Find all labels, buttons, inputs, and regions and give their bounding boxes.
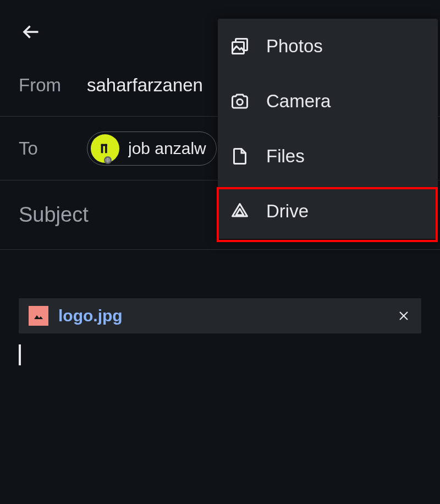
attach-menu-files-label: Files: [266, 146, 305, 167]
avatar-glyph-icon: [99, 143, 111, 155]
svg-rect-3: [101, 144, 107, 146]
attach-menu-drive[interactable]: Drive: [218, 184, 438, 239]
attach-menu-drive-label: Drive: [266, 201, 309, 222]
attach-menu-files[interactable]: Files: [218, 129, 438, 184]
recipient-avatar: [91, 134, 119, 163]
close-icon: [397, 309, 410, 322]
attach-menu-photos[interactable]: Photos: [218, 19, 438, 74]
file-icon: [230, 146, 250, 166]
attach-menu: Photos Camera Files Drive: [218, 19, 438, 239]
attach-menu-camera[interactable]: Camera: [218, 74, 438, 129]
image-file-icon: [29, 306, 48, 326]
from-label: From: [19, 75, 87, 96]
attachment-chip[interactable]: logo.jpg: [19, 298, 421, 333]
arrow-left-icon: [21, 22, 41, 42]
attach-menu-photos-label: Photos: [266, 36, 323, 57]
subject-placeholder: Subject: [19, 203, 89, 227]
remove-attachment-button[interactable]: [396, 308, 411, 324]
text-cursor: [19, 344, 21, 365]
from-value: saharfarzanen: [87, 75, 203, 96]
back-button[interactable]: [20, 21, 42, 43]
svg-point-10: [237, 99, 243, 105]
compose-body[interactable]: logo.jpg: [0, 250, 440, 376]
recipient-name: job anzalw: [128, 139, 206, 158]
camera-icon: [230, 91, 250, 111]
attachment-filename: logo.jpg: [58, 306, 386, 325]
drive-icon: [230, 201, 250, 221]
recipient-chip[interactable]: job anzalw: [87, 132, 217, 166]
globe-badge-icon: [104, 156, 112, 164]
attach-menu-camera-label: Camera: [266, 91, 331, 112]
photos-icon: [230, 36, 250, 56]
to-label: To: [19, 138, 87, 159]
